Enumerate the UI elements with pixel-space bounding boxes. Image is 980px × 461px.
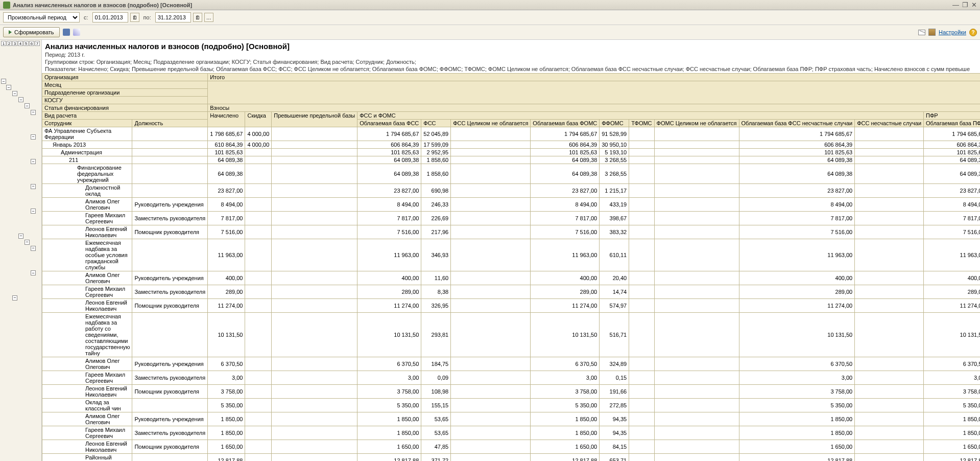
- date-from-calendar-icon[interactable]: 🗓: [130, 13, 139, 22]
- outline-collapse-button[interactable]: −: [18, 234, 23, 239]
- outline-collapse-button[interactable]: −: [25, 240, 30, 245]
- generate-button[interactable]: Сформировать: [3, 27, 60, 37]
- settings-link[interactable]: Настройки: [939, 29, 966, 35]
- period-toolbar: Произвольный период с: 🗓 по: 🗓 …: [0, 10, 980, 25]
- outline-collapse-button[interactable]: −: [25, 103, 30, 108]
- table-row[interactable]: Алимов Олег ОлеговичРуководитель учрежде…: [42, 271, 981, 285]
- outline-collapse-button[interactable]: −: [12, 295, 17, 301]
- outline-collapse-button[interactable]: −: [31, 110, 36, 115]
- level-6[interactable]: 6: [29, 41, 34, 46]
- outline-collapse-button[interactable]: −: [1, 79, 6, 84]
- maximize-button[interactable]: ❐: [962, 1, 968, 9]
- table-row[interactable]: Финансирование федеральных учреждений64 …: [42, 164, 981, 184]
- table-row[interactable]: Должностной оклад23 827,0023 827,00690,9…: [42, 184, 981, 198]
- report-title: Анализ начисленных налогов и взносов (по…: [42, 40, 980, 52]
- action-toolbar: Сформировать Настройки ?: [0, 25, 980, 40]
- table-row[interactable]: Алимов Олег ОлеговичРуководитель учрежде…: [42, 357, 981, 371]
- wizard-icon[interactable]: [73, 29, 80, 36]
- report-table: Организация Итого Месяц Подразделение ор…: [42, 73, 980, 461]
- report-area[interactable]: Анализ начисленных налогов и взносов (по…: [42, 40, 980, 461]
- table-row[interactable]: Алимов Олег ОлеговичРуководитель учрежде…: [42, 198, 981, 212]
- date-from-input[interactable]: [92, 12, 128, 22]
- table-row[interactable]: Леонов Евгений НиколаевичПомощник руково…: [42, 385, 981, 399]
- outline-collapse-button[interactable]: −: [31, 159, 36, 164]
- table-row[interactable]: Гареев Михаил СергеевичЗаместитель руков…: [42, 426, 981, 440]
- outline-levels: 1234567: [1, 41, 40, 46]
- outline-collapse-button[interactable]: −: [12, 91, 17, 96]
- titlebar: Анализ начисленных налогов и взносов (по…: [0, 0, 980, 10]
- table-row[interactable]: Леонов Евгений НиколаевичПомощник руково…: [42, 299, 981, 313]
- level-1[interactable]: 1: [1, 41, 6, 46]
- table-row[interactable]: Гареев Михаил СергеевичЗаместитель руков…: [42, 371, 981, 385]
- date-to-calendar-icon[interactable]: 🗓: [193, 13, 202, 22]
- table-icon[interactable]: [928, 29, 936, 36]
- table-row[interactable]: Администрация101 825,63101 825,632 952,9…: [42, 149, 981, 156]
- date-to-input[interactable]: [155, 12, 191, 22]
- outline-collapse-button[interactable]: −: [31, 184, 36, 189]
- outline-tree: −−−−−−−−−−−−−−−: [1, 48, 40, 375]
- outline-collapse-button[interactable]: −: [31, 246, 36, 251]
- table-row[interactable]: 21164 089,3864 089,381 858,6064 089,383 …: [42, 156, 981, 164]
- period-more-button[interactable]: …: [204, 13, 213, 22]
- mail-icon[interactable]: [918, 30, 925, 35]
- table-row[interactable]: Леонов Евгений НиколаевичПомощник руково…: [42, 440, 981, 454]
- level-5[interactable]: 5: [23, 41, 29, 46]
- report-groups: Группировки строк: Организация; Месяц; П…: [42, 59, 980, 66]
- minimize-button[interactable]: —: [952, 1, 959, 9]
- app-icon: [3, 2, 10, 9]
- report-indicators: Показатели: Начислено; Скидка; Превышени…: [42, 66, 980, 73]
- table-row[interactable]: ФА Управление Субъекта Федерации1 798 68…: [42, 127, 981, 141]
- table-row[interactable]: Гареев Михаил СергеевичЗаместитель руков…: [42, 285, 981, 299]
- level-7[interactable]: 7: [35, 41, 40, 46]
- label-to: по:: [141, 14, 153, 20]
- close-button[interactable]: ✕: [971, 1, 977, 9]
- table-row[interactable]: Оклад за классный чин5 350,005 350,00155…: [42, 399, 981, 412]
- outline-collapse-button[interactable]: −: [31, 270, 36, 275]
- outline-panel: 1234567 −−−−−−−−−−−−−−−: [0, 40, 42, 461]
- window-title: Анализ начисленных налогов и взносов (по…: [13, 2, 952, 8]
- table-row[interactable]: Ежемесячная надбавка за работу со сведен…: [42, 313, 981, 357]
- level-2[interactable]: 2: [7, 41, 12, 46]
- level-3[interactable]: 3: [12, 41, 17, 46]
- play-icon: [9, 30, 12, 34]
- save-icon[interactable]: [63, 29, 70, 36]
- generate-button-label: Сформировать: [14, 29, 54, 35]
- outline-collapse-button[interactable]: −: [6, 85, 11, 90]
- table-row[interactable]: Леонов Евгений НиколаевичПомощник руково…: [42, 225, 981, 239]
- table-row[interactable]: Ежемесячная надбавка за особые условия г…: [42, 239, 981, 271]
- table-row[interactable]: Гареев Михаил СергеевичЗаместитель руков…: [42, 212, 981, 225]
- outline-collapse-button[interactable]: −: [18, 97, 23, 102]
- table-row[interactable]: Алимов Олег ОлеговичРуководитель учрежде…: [42, 412, 981, 426]
- label-from: с:: [82, 14, 90, 20]
- table-row[interactable]: Районный коэффициент12 817,8812 817,8837…: [42, 454, 981, 462]
- help-icon[interactable]: ?: [969, 29, 977, 36]
- report-period: Период: 2013 г.: [42, 52, 980, 59]
- period-select[interactable]: Произвольный период: [3, 12, 80, 22]
- table-row[interactable]: Январь 2013610 864,394 000,00606 864,391…: [42, 141, 981, 149]
- outline-collapse-button[interactable]: −: [31, 209, 36, 214]
- level-4[interactable]: 4: [18, 41, 23, 46]
- outline-collapse-button[interactable]: −: [31, 134, 36, 140]
